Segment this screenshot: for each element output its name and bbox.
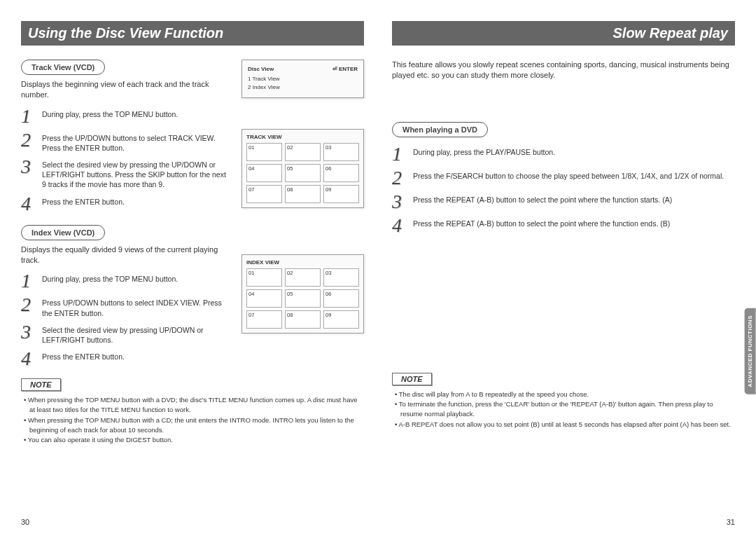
step: 4Press the ENTER button.: [21, 349, 230, 369]
desc-track-view: Displays the beginning view of each trac…: [21, 79, 230, 101]
notes-left: • When pressing the TOP MENU button with…: [21, 395, 364, 445]
right-page: Slow Repeat play This feature allows you…: [392, 21, 735, 445]
heading-playing-dvd: When playing a DVD: [392, 122, 488, 137]
step: 3Press the REPEAT (A-B) button to select…: [392, 192, 735, 212]
heading-index-view: Index View (VCD): [21, 225, 105, 240]
osd-disc-view: Disc View ⏎ ENTER 1 Track View 2 Index V…: [241, 60, 364, 98]
note-label-left: NOTE: [21, 378, 61, 391]
note-label-right: NOTE: [392, 373, 432, 385]
page-title-left: Using the Disc View Function: [21, 21, 364, 46]
heading-track-view: Track View (VCD): [21, 60, 105, 75]
step: 3Select the desired view by pressing the…: [21, 157, 230, 190]
side-tab-advanced: ADVANCED FUNCTIONS: [745, 308, 756, 394]
intro-right: This feature allows you slowly repeat sc…: [392, 60, 735, 81]
step: 1During play, press the TOP MENU button.: [21, 106, 230, 126]
step: 2Press the F/SEARCH button to choose the…: [392, 168, 735, 188]
page-number-right: 31: [727, 518, 735, 526]
step: 2Press UP/DOWN buttons to select INDEX V…: [21, 295, 230, 317]
step: 2Press the UP/DOWN buttons to select TRA…: [21, 130, 230, 153]
track-view-grid: TRACK VIEW 01 02 03 04 05 06 07 08 09: [241, 129, 364, 208]
page-title-right: Slow Repeat play: [392, 21, 735, 46]
step: 1During play, press the TOP MENU button.: [21, 271, 230, 291]
notes-right: • The disc will play from A to B repeate…: [392, 390, 735, 430]
left-page: Using the Disc View Function Track View …: [21, 21, 364, 445]
osd-item: 1 Track View: [248, 75, 358, 83]
osd-title: Disc View: [248, 66, 274, 72]
enter-icon: ⏎ ENTER: [332, 66, 358, 72]
osd-item: 2 Index View: [248, 83, 358, 92]
page-number-left: 30: [21, 518, 29, 526]
step: 1During play, press the PLAY/PAUSE butto…: [392, 144, 735, 164]
step: 4Press the REPEAT (A-B) button to select…: [392, 216, 735, 235]
step: 3Select the desired view by pressing UP/…: [21, 322, 230, 345]
step: 4Press the ENTER button.: [21, 194, 230, 214]
desc-index-view: Displays the equally divided 9 views of …: [21, 245, 230, 266]
index-view-grid: INDEX VIEW 01 02 03 04 05 06 07 08 09: [241, 254, 364, 334]
